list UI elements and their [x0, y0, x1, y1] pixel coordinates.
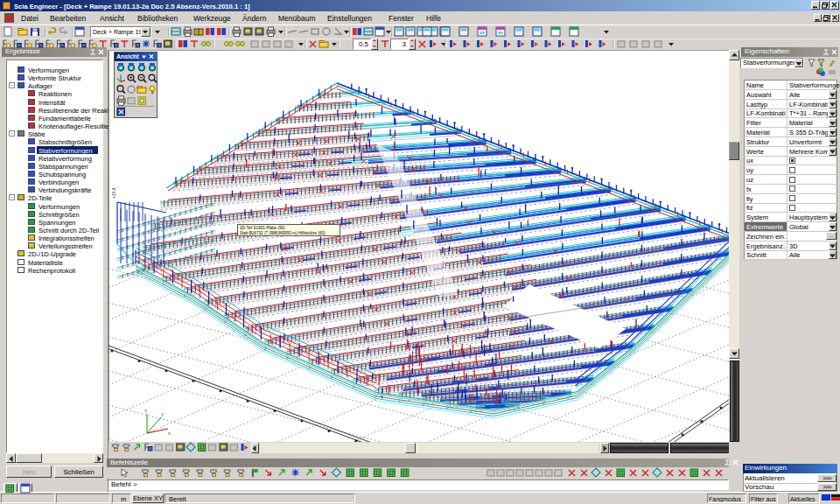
svg-text:+15,4: +15,4: [111, 187, 116, 199]
svg-text:x: x: [168, 430, 171, 436]
svg-text:z: z: [144, 408, 147, 413]
svg-text:y: y: [161, 411, 164, 416]
